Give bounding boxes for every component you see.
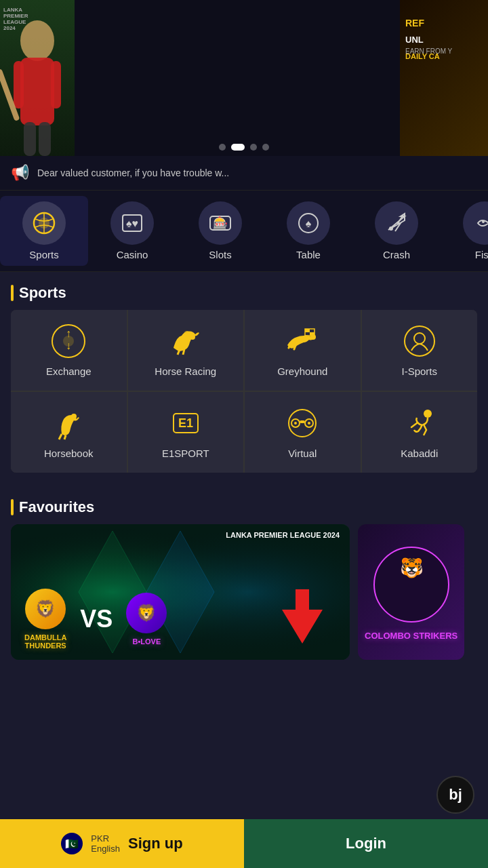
banner-dot-3[interactable] (250, 144, 257, 151)
sport-label-greyhound: Greyhound (277, 366, 327, 377)
favourites-scroll: LANKA PREMIER LEAGUE 2024 🦁 DAMBULLATHUN… (0, 524, 488, 660)
sport-item-e1sport[interactable]: E1 E1SPORT (128, 392, 244, 473)
slots-icon-circle: 🎰 (199, 201, 242, 245)
svg-text:🎰: 🎰 (213, 216, 228, 231)
nav-label-slots: Slots (209, 249, 231, 260)
svg-point-55 (424, 410, 432, 418)
banner-left: LANKAPREMIERLEAGUE2024 (0, 0, 75, 156)
team2-name: B•LOVE (132, 637, 161, 646)
login-button[interactable]: Login (244, 819, 488, 868)
team2-info: 🦁 B•LOVE (126, 593, 167, 646)
svg-point-42 (405, 326, 434, 356)
sport-label-exchange: Exchange (46, 366, 92, 377)
favourites-header: Favourites (0, 486, 488, 524)
sport-label-kabaddi: Kabaddi (401, 448, 438, 459)
svg-rect-40 (305, 329, 310, 332)
svg-point-44 (71, 414, 77, 419)
svg-text:♠: ♠ (306, 218, 312, 229)
sport-item-greyhound[interactable]: Greyhound (245, 310, 361, 391)
announcement-bar: 📢 Dear valued customer, if you have trou… (0, 156, 488, 191)
nav-item-crash[interactable]: Crash (352, 196, 441, 266)
arrow-indicator (282, 589, 323, 646)
banner-dot-2[interactable] (231, 144, 245, 151)
svg-line-45 (59, 434, 62, 439)
svg-point-37 (184, 331, 190, 338)
fish-icon (472, 211, 488, 235)
sport-label-horsebook: Horsebook (44, 448, 94, 459)
nav-categories: Sports ♠♥ Casino 🎰 Slots ♠ Table (0, 191, 488, 272)
nav-item-fish[interactable]: Fish (441, 196, 488, 266)
team1-logo: 🦁 (25, 589, 66, 629)
svg-point-33 (63, 336, 74, 347)
sport-item-kabaddi[interactable]: Kabaddi (362, 392, 478, 473)
sport-item-horse-racing[interactable]: Horse Racing (128, 310, 244, 391)
svg-rect-4 (24, 122, 36, 156)
nav-item-slots[interactable]: 🎰 Slots (176, 196, 264, 266)
flag-icon: 🇵🇰 (61, 833, 83, 854)
banner-right-sub: EARN FROM Y (405, 47, 452, 55)
svg-point-53 (294, 422, 297, 425)
bj-logo[interactable]: bj (436, 776, 474, 814)
svg-line-36 (183, 349, 184, 355)
fav-card-1[interactable]: LANKA PREMIER LEAGUE 2024 🦁 DAMBULLATHUN… (11, 524, 350, 660)
e1sport-icon: E1 (168, 406, 203, 441)
banner-dots (219, 144, 269, 151)
sport-item-exchange[interactable]: ↑ ↓ Exchange (11, 310, 127, 391)
svg-text:🐯: 🐯 (399, 557, 423, 579)
fav-card-bg-1: LANKA PREMIER LEAGUE 2024 🦁 DAMBULLATHUN… (11, 524, 350, 660)
sports-grid: ↑ ↓ Exchange Horse Racing Greyhoun (11, 310, 477, 473)
down-arrow-icon (282, 589, 323, 644)
banner-dot-4[interactable] (262, 144, 269, 151)
banner-dot-1[interactable] (219, 144, 226, 151)
league-info: LANKA PREMIER LEAGUE 2024 (226, 531, 340, 540)
team1-name: DAMBULLATHUNDERS (24, 633, 66, 650)
nav-label-crash: Crash (383, 249, 410, 260)
horse-racing-icon (168, 323, 203, 359)
fav-card-2[interactable]: 🐯 COLOMBO STRIKERS (358, 524, 464, 660)
banner-right: REF UNL DAILY CA EARN FROM Y (400, 0, 488, 156)
svg-text:E1: E1 (178, 416, 193, 430)
nav-item-table[interactable]: ♠ Table (264, 196, 352, 266)
signup-info: PKR English (91, 833, 120, 854)
signup-button[interactable]: 🇵🇰 PKR English Sign up (0, 819, 244, 868)
crash-icon-circle (375, 201, 418, 245)
svg-point-29 (482, 220, 485, 223)
nav-label-fish: Fish (475, 249, 488, 260)
strikers-name: COLOMBO STRIKERS (365, 631, 458, 641)
sports-section-header: Sports (0, 272, 488, 310)
sports-icon-circle (22, 201, 66, 245)
svg-line-56 (411, 423, 417, 427)
favourites-title: Favourites (19, 498, 94, 516)
signup-label: Sign up (128, 835, 183, 852)
nav-item-sports[interactable]: Sports (0, 196, 88, 266)
svg-line-46 (64, 435, 66, 439)
slots-icon: 🎰 (208, 211, 232, 235)
currency-label: PKR (91, 833, 109, 844)
svg-point-54 (308, 422, 310, 425)
svg-point-43 (414, 333, 425, 344)
crash-icon (384, 211, 409, 235)
nav-label-casino: Casino (117, 249, 148, 260)
svg-rect-5 (39, 122, 51, 156)
announcement-icon: 📢 (11, 164, 29, 182)
sports-section-title: Sports (19, 284, 66, 302)
banner-container: LANKAPREMIERLEAGUE2024 MIA'S HAPPY HOURS… (0, 0, 488, 156)
match-teams: 🦁 DAMBULLATHUNDERS VS 🦁 B•LOVE (24, 589, 167, 650)
svg-rect-52 (300, 420, 305, 423)
sport-item-virtual[interactable]: Virtual (245, 392, 361, 473)
sport-item-isports[interactable]: I-Sports (362, 310, 478, 391)
team1-info: 🦁 DAMBULLATHUNDERS (24, 589, 66, 650)
nav-item-casino[interactable]: ♠♥ Casino (88, 196, 176, 266)
svg-marker-62 (282, 589, 323, 644)
flag-emoji: 🇵🇰 (65, 837, 79, 850)
svg-point-34 (190, 334, 195, 340)
bottom-spacer (0, 660, 488, 714)
sport-item-horsebook[interactable]: Horsebook (11, 392, 127, 473)
svg-rect-3 (51, 61, 61, 108)
exchange-icon: ↑ ↓ (51, 323, 86, 359)
banner-left-text: LANKAPREMIERLEAGUE2024 (3, 7, 28, 31)
nav-label-table: Table (296, 249, 321, 260)
language-label: English (91, 844, 120, 854)
horsebook-icon (51, 406, 86, 441)
login-label: Login (346, 835, 386, 852)
